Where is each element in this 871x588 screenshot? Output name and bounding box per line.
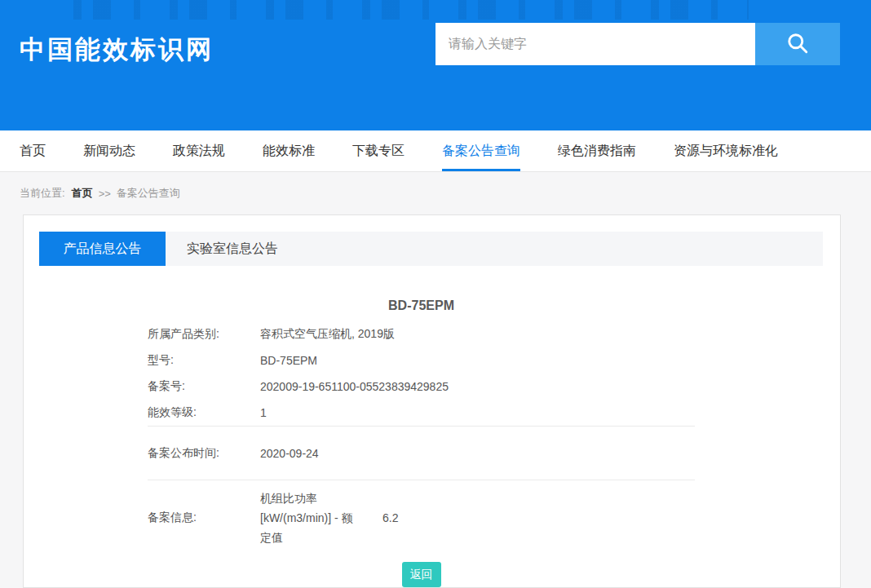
record-metric-line: 机组比功率 — [260, 489, 379, 508]
tab-2[interactable]: 实验室信息公告 — [166, 232, 299, 266]
field-row: 备案公布时间: 2020-09-24 — [148, 427, 840, 480]
search-button[interactable] — [755, 23, 840, 65]
field-row: 能效等级: 1 — [148, 400, 840, 426]
breadcrumb-home-link[interactable]: 首页 — [72, 186, 93, 201]
nav-item-4[interactable]: 能效标准 — [263, 130, 315, 171]
nav-item-8[interactable]: 资源与环境标准化 — [674, 130, 778, 171]
field-label: 备案号: — [148, 379, 260, 394]
field-group-date: 备案公布时间: 2020-09-24 — [148, 427, 840, 480]
breadcrumb: 当前位置: 首页 >> 备案公告查询 — [0, 172, 871, 214]
field-label: 所属产品类别: — [148, 327, 260, 342]
field-label: 备案信息: — [148, 511, 260, 525]
breadcrumb-separator: >> — [99, 188, 111, 200]
field-value: 容积式空气压缩机, 2019版 — [260, 327, 395, 342]
breadcrumb-prefix: 当前位置: — [20, 186, 65, 201]
header-clipped-text-artifact — [73, 0, 749, 20]
site-header: 中国能效标识网 — [0, 0, 871, 130]
nav-item-2[interactable]: 新闻动态 — [83, 130, 135, 171]
nav-item-5[interactable]: 下载专区 — [352, 130, 405, 171]
product-detail: BD-75EPM 所属产品类别: 容积式空气压缩机, 2019版 型号: BD-… — [24, 298, 840, 587]
field-label: 型号: — [148, 353, 260, 368]
field-value: BD-75EPM — [260, 354, 317, 367]
record-info-row: 备案信息: 机组比功率[kW/(m3/min)] - 额定值 6.2 — [148, 480, 695, 555]
nav-item-1[interactable]: 首页 — [20, 130, 46, 171]
field-label: 能效等级: — [148, 405, 260, 420]
record-metric-line: [kW/(m3/min)] - 额 — [260, 508, 379, 528]
content-panel: 产品信息公告实验室信息公告 BD-75EPM 所属产品类别: 容积式空气压缩机,… — [23, 214, 841, 588]
button-row: 返回 — [148, 562, 695, 587]
field-label: 备案公布时间: — [148, 446, 260, 461]
record-metric-name: 机组比功率[kW/(m3/min)] - 额定值 — [260, 489, 379, 547]
site-logo[interactable]: 中国能效标识网 — [20, 33, 214, 67]
field-value: 1 — [260, 406, 267, 419]
field-value: 2020-09-24 — [260, 447, 319, 460]
tab-1[interactable]: 产品信息公告 — [39, 232, 166, 266]
nav-item-7[interactable]: 绿色消费指南 — [558, 130, 636, 171]
search-input[interactable] — [436, 23, 755, 65]
nav-item-6[interactable]: 备案公告查询 — [442, 130, 520, 171]
record-metric-value: 6.2 — [382, 511, 398, 524]
field-row: 型号: BD-75EPM — [148, 347, 840, 374]
search-bar — [436, 23, 840, 65]
nav-item-3[interactable]: 政策法规 — [173, 130, 225, 171]
breadcrumb-current: 备案公告查询 — [117, 186, 180, 201]
search-icon — [785, 31, 810, 58]
field-value: 202009-19-651100-05523839429825 — [260, 380, 449, 393]
product-title: BD-75EPM — [148, 298, 695, 313]
tab-strip: 产品信息公告实验室信息公告 — [39, 232, 823, 266]
field-group-top: 所属产品类别: 容积式空气压缩机, 2019版 型号: BD-75EPM 备案号… — [148, 321, 840, 426]
field-row: 备案号: 202009-19-651100-05523839429825 — [148, 374, 840, 400]
main-nav: 首页新闻动态政策法规能效标准下载专区备案公告查询绿色消费指南资源与环境标准化 — [0, 130, 871, 172]
back-button[interactable]: 返回 — [402, 562, 441, 587]
field-row: 所属产品类别: 容积式空气压缩机, 2019版 — [148, 321, 840, 347]
record-metric-line: 定值 — [260, 528, 379, 547]
